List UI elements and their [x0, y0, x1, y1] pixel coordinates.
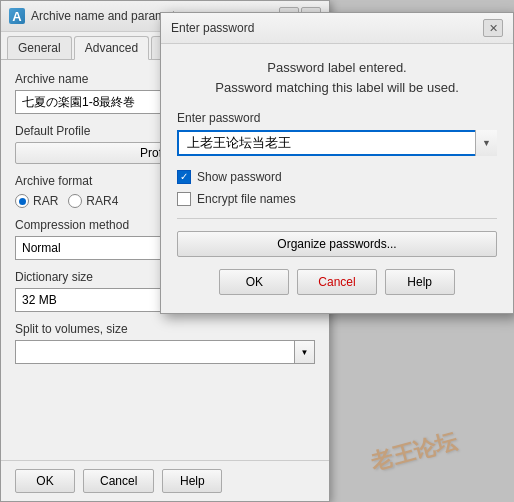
- info-text: Password label entered. Password matchin…: [177, 58, 497, 97]
- fg-cancel-button[interactable]: Cancel: [297, 269, 376, 295]
- encrypt-names-row: Encrypt file names: [177, 192, 497, 206]
- info-line1: Password label entered.: [177, 58, 497, 78]
- rar4-radio-dot[interactable]: [68, 194, 82, 208]
- fg-help-button[interactable]: Help: [385, 269, 455, 295]
- fg-body: Password label entered. Password matchin…: [161, 44, 513, 313]
- show-password-row: Show password: [177, 170, 497, 184]
- show-password-checkbox[interactable]: [177, 170, 191, 184]
- bg-bottom-buttons: OK Cancel Help: [1, 460, 329, 501]
- rar-radio-dot[interactable]: [15, 194, 29, 208]
- bg-help-button[interactable]: Help: [162, 469, 222, 493]
- fg-dialog-title: Enter password: [171, 21, 254, 35]
- fg-close-button[interactable]: ✕: [483, 19, 503, 37]
- split-dropdown-icon[interactable]: ▼: [295, 340, 315, 364]
- fg-action-buttons: OK Cancel Help: [177, 269, 497, 299]
- encrypt-names-checkbox[interactable]: [177, 192, 191, 206]
- fg-ok-button[interactable]: OK: [219, 269, 289, 295]
- pw-dropdown-button[interactable]: ▼: [475, 130, 497, 156]
- radio-rar4[interactable]: RAR4: [68, 194, 118, 208]
- show-password-label: Show password: [197, 170, 282, 184]
- pw-input-row: ▼: [177, 130, 497, 156]
- rar-label: RAR: [33, 194, 58, 208]
- encrypt-names-label: Encrypt file names: [197, 192, 296, 206]
- organize-passwords-button[interactable]: Organize passwords...: [177, 231, 497, 257]
- rar4-label: RAR4: [86, 194, 118, 208]
- fg-titlebar: Enter password ✕: [161, 13, 513, 44]
- tab-general[interactable]: General: [7, 36, 72, 59]
- bg-ok-button[interactable]: OK: [15, 469, 75, 493]
- info-line2: Password matching this label will be use…: [177, 78, 497, 98]
- split-input[interactable]: [15, 340, 295, 364]
- radio-rar[interactable]: RAR: [15, 194, 58, 208]
- pw-field-label: Enter password: [177, 111, 497, 125]
- watermark-text: 老王论坛: [368, 426, 461, 478]
- password-input[interactable]: [177, 130, 497, 156]
- enter-password-dialog: Enter password ✕ Password label entered.…: [160, 12, 514, 314]
- watermark-overlay: 老王论坛: [314, 402, 514, 502]
- split-label: Split to volumes, size: [15, 322, 315, 336]
- app-icon: A: [9, 8, 25, 24]
- tab-advanced[interactable]: Advanced: [74, 36, 149, 60]
- separator: [177, 218, 497, 219]
- bg-cancel-button[interactable]: Cancel: [83, 469, 154, 493]
- split-volumes-group: Split to volumes, size ▼: [15, 322, 315, 364]
